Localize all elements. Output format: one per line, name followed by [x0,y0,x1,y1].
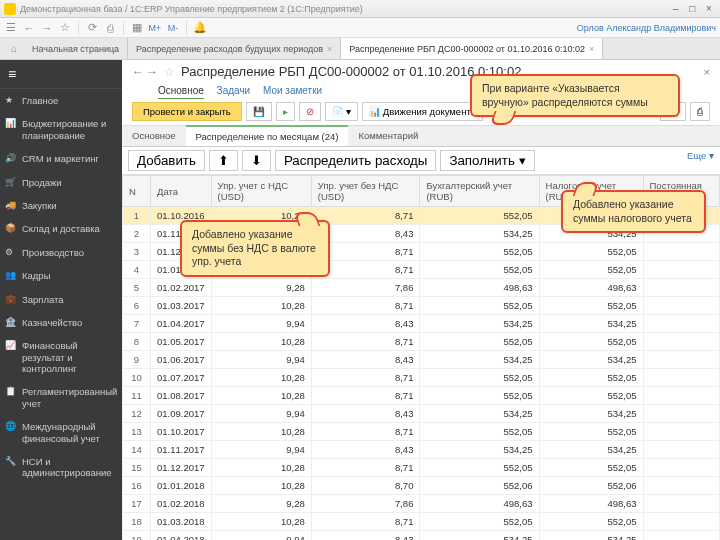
table-cell[interactable]: 18 [123,513,151,531]
sidebar-item[interactable]: 📋Регламентированный учет [0,380,122,415]
table-cell[interactable]: 498,63 [420,495,539,513]
subtab-distribution[interactable]: Распределение по месяцам (24) [186,125,349,146]
table-cell[interactable]: 9,28 [211,279,311,297]
table-cell[interactable]: 17 [123,495,151,513]
table-cell[interactable] [643,531,719,541]
table-row[interactable]: 1701.02.20189,287,86498,63498,63 [123,495,720,513]
table-cell[interactable]: 552,05 [420,423,539,441]
table-cell[interactable] [643,243,719,261]
sidebar-item[interactable]: 💼Зарплата [0,288,122,311]
home-tab-icon[interactable]: ⌂ [4,38,24,59]
user-label[interactable]: Орлов Александр Владимирович [577,23,716,33]
close-doc-icon[interactable]: × [704,66,710,78]
table-cell[interactable]: 552,05 [539,387,643,405]
table-cell[interactable]: 8,71 [311,513,420,531]
column-header[interactable]: Бухгалтерский учет (RUB) [420,176,539,207]
close-icon[interactable]: × [702,3,716,14]
add-row-button[interactable]: Добавить [128,150,205,171]
table-cell[interactable]: 552,05 [539,369,643,387]
table-cell[interactable]: 8,71 [311,459,420,477]
table-cell[interactable]: 7 [123,315,151,333]
table-row[interactable]: 801.05.201710,288,71552,05552,05 [123,333,720,351]
table-cell[interactable]: 10,28 [211,459,311,477]
table-cell[interactable] [643,513,719,531]
table-cell[interactable] [643,423,719,441]
cancel-post-button[interactable]: ⊘ [299,102,321,121]
sidebar-menu-icon[interactable]: ≡ [0,60,122,89]
table-cell[interactable]: 552,05 [420,333,539,351]
table-cell[interactable]: 10,28 [211,297,311,315]
table-cell[interactable]: 8,43 [311,531,420,541]
print-icon[interactable]: ⎙ [103,21,117,35]
table-cell[interactable]: 552,05 [539,297,643,315]
sidebar-item[interactable]: 🔊CRM и маркетинг [0,147,122,170]
table-cell[interactable] [643,369,719,387]
print-button[interactable]: ⎙ [690,102,710,121]
table-cell[interactable]: 7,86 [311,495,420,513]
table-row[interactable]: 901.06.20179,948,43534,25534,25 [123,351,720,369]
table-cell[interactable]: 10,28 [211,369,311,387]
table-cell[interactable] [643,351,719,369]
sidebar-item[interactable]: 🚚Закупки [0,194,122,217]
forward-icon[interactable]: → [40,21,54,35]
table-cell[interactable]: 01.02.2018 [151,495,212,513]
table-cell[interactable]: 534,25 [539,441,643,459]
table-cell[interactable]: 498,63 [539,279,643,297]
table-cell[interactable]: 01.12.2017 [151,459,212,477]
table-cell[interactable]: 01.04.2018 [151,531,212,541]
table-cell[interactable]: 3 [123,243,151,261]
table-cell[interactable]: 10,28 [211,513,311,531]
table-cell[interactable]: 7,86 [311,279,420,297]
table-cell[interactable]: 01.02.2017 [151,279,212,297]
table-cell[interactable]: 552,05 [420,513,539,531]
post-button[interactable]: ▸ [276,102,295,121]
table-cell[interactable]: 10 [123,369,151,387]
table-cell[interactable]: 552,05 [539,513,643,531]
table-cell[interactable]: 9,94 [211,531,311,541]
table-cell[interactable]: 8 [123,333,151,351]
table-cell[interactable]: 8,70 [311,477,420,495]
sidebar-item[interactable]: 🛒Продажи [0,171,122,194]
table-cell[interactable]: 01.07.2017 [151,369,212,387]
sidebar-item[interactable]: ★Главное [0,89,122,112]
table-cell[interactable]: 552,05 [539,261,643,279]
nav-tab[interactable]: Распределение расходов будущих периодов× [128,38,341,59]
subtab-comment[interactable]: Комментарий [348,126,428,146]
nav-tab[interactable]: Распределение РБП ДС00-000002 от 01.10.2… [341,38,603,59]
table-cell[interactable]: 552,05 [420,207,539,225]
refresh-icon[interactable]: ⟳ [85,21,99,35]
calc-icon[interactable]: ▦ [130,21,144,35]
maximize-icon[interactable]: □ [685,3,699,14]
table-cell[interactable]: 01.04.2017 [151,315,212,333]
table-cell[interactable]: 552,05 [539,243,643,261]
table-row[interactable]: 701.04.20179,948,43534,25534,25 [123,315,720,333]
table-row[interactable]: 1401.11.20179,948,43534,25534,25 [123,441,720,459]
table-cell[interactable]: 01.10.2017 [151,423,212,441]
back-icon[interactable]: ← [22,21,36,35]
m-plus-icon[interactable]: M+ [148,21,162,35]
doc-back-icon[interactable]: ← [132,65,144,79]
table-cell[interactable]: 9,94 [211,405,311,423]
table-cell[interactable]: 8,43 [311,441,420,459]
post-and-close-button[interactable]: Провести и закрыть [132,102,242,121]
table-row[interactable]: 1201.09.20179,948,43534,25534,25 [123,405,720,423]
table-cell[interactable] [643,459,719,477]
table-cell[interactable]: 498,63 [420,279,539,297]
table-cell[interactable]: 552,05 [420,459,539,477]
table-cell[interactable]: 552,06 [539,477,643,495]
table-cell[interactable]: 13 [123,423,151,441]
table-cell[interactable]: 534,25 [420,441,539,459]
table-cell[interactable]: 534,25 [539,405,643,423]
table-cell[interactable]: 8,43 [311,351,420,369]
table-cell[interactable]: 4 [123,261,151,279]
table-cell[interactable] [643,297,719,315]
distribute-button[interactable]: Распределить расходы [275,150,436,171]
table-cell[interactable]: 01.11.2017 [151,441,212,459]
table-row[interactable]: 1001.07.201710,288,71552,05552,05 [123,369,720,387]
table-cell[interactable]: 2 [123,225,151,243]
table-cell[interactable]: 01.06.2017 [151,351,212,369]
table-cell[interactable]: 9,94 [211,441,311,459]
table-cell[interactable]: 15 [123,459,151,477]
m-minus-icon[interactable]: M- [166,21,180,35]
table-cell[interactable]: 01.08.2017 [151,387,212,405]
